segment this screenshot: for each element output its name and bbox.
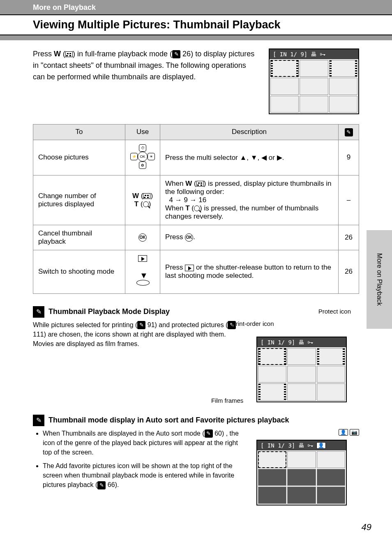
cell-to: Cancel thumbnail playback (33, 225, 125, 250)
thumbnail-icon (143, 193, 150, 199)
top-icons: 👤 📷 (256, 429, 359, 436)
shutter-icon (136, 271, 149, 287)
intro-text: Press W () in full-frame playback mode (… (33, 48, 256, 114)
page-title: Viewing Multiple Pictures: Thumbnail Pla… (33, 18, 359, 31)
ref-icon: ✎ (137, 321, 145, 329)
cell-use: OK (125, 225, 160, 250)
thumb-status-bar: [ IN 1/ 9] 🖶 🗝 (270, 49, 358, 59)
th-use: Use (125, 125, 160, 140)
note-2: ✎ Thumbnail mode display in Auto sort an… (33, 415, 359, 505)
print-icon: 🖶 (311, 51, 316, 58)
thumbnail-preview-3: [ IN 1/ 3]🖶🗝👤 (256, 440, 347, 505)
note-figure-1: Protect icon Print-order icon [ IN 1/ 9]… (256, 320, 359, 402)
table-row: Choose pictures ⏱✿⚡☀OK Press the multi s… (33, 140, 359, 175)
cell-use (125, 250, 160, 293)
intro-row: Press W () in full-frame playback mode (… (33, 48, 359, 114)
note-title: Thumbnail Playback Mode Display (48, 307, 170, 316)
playback-icon (185, 265, 194, 271)
ref-icon: ✎ (97, 481, 106, 489)
th-to: To (33, 125, 125, 140)
ref-icon: ✎ (172, 50, 180, 58)
pencil-icon: ✎ (33, 415, 44, 426)
thumb-counter: [ IN 1/ 9] (273, 51, 307, 58)
callout-print: Print-order icon (232, 320, 274, 327)
cell-desc: Press the multi selector , , or . (160, 140, 339, 175)
cell-to: Change number of pictures displayed (33, 175, 125, 225)
thumbnail-preview-1: [ IN 1/ 9] 🖶 🗝 (269, 48, 359, 114)
list-item: When Thumbnails are displayed in the Aut… (43, 429, 248, 457)
table-row: Change number of pictures displayed W ()… (33, 175, 359, 225)
title-box: Viewing Multiple Pictures: Thumbnail Pla… (0, 14, 392, 35)
ok-icon: OK (185, 233, 193, 242)
zoom-icon (194, 205, 200, 211)
ref-icon: ✎ (205, 429, 213, 438)
cell-use: ⏱✿⚡☀OK (125, 140, 160, 175)
callout-film: Film frames (211, 397, 243, 404)
note-figure-2: 👤 📷 [ IN 1/ 3]🖶🗝👤 (256, 429, 359, 505)
operations-table: To Use Description ✎ Choose pictures ⏱✿⚡… (33, 124, 359, 294)
thumbnail-icon (65, 51, 73, 57)
zoom-icon (143, 201, 149, 207)
cell-ref: 26 (339, 250, 359, 293)
th-desc: Description (160, 125, 339, 140)
cell-to: Choose pictures (33, 140, 125, 175)
playback-icon (138, 255, 147, 262)
thumbnail-icon (196, 181, 204, 187)
multiselector-icon: ⏱✿⚡☀OK (130, 144, 155, 169)
cell-ref: 9 (339, 140, 359, 175)
thumb-grid (270, 59, 358, 113)
table-row: Switch to shooting mode Press or the shu… (33, 250, 359, 293)
table-row: Cancel thumbnail playback OK Press OK. 2… (33, 225, 359, 250)
side-tab: More on Playback (367, 230, 392, 329)
cell-to: Switch to shooting mode (33, 250, 125, 293)
cell-ref: 26 (339, 225, 359, 250)
th-ref: ✎ (339, 125, 359, 140)
callout-protect: Protect icon (318, 308, 351, 315)
cell-desc: Press or the shutter-release button to r… (160, 250, 339, 293)
note-title: Thumbnail mode display in Auto sort and … (48, 416, 289, 425)
protect-icon: 🗝 (320, 51, 325, 58)
page-number: 49 (362, 522, 371, 533)
header-band: More on Playback Viewing Multiple Pictur… (0, 0, 392, 40)
ok-icon: OK (138, 233, 147, 242)
side-tab-label: More on Playback (376, 253, 383, 306)
note-text: When Thumbnails are displayed in the Aut… (33, 429, 248, 505)
note-1: ✎ Thumbnail Playback Mode Display While … (33, 306, 359, 402)
breadcrumb: More on Playback (33, 3, 359, 12)
pencil-icon: ✎ (33, 306, 44, 318)
cell-ref: – (339, 175, 359, 225)
ref-header-icon: ✎ (345, 128, 353, 136)
list-item: The Add favorite pictures icon will be s… (43, 461, 248, 490)
cell-desc: Press OK. (160, 225, 339, 250)
cell-desc: When W () is pressed, display picture th… (160, 175, 339, 225)
cell-use: W () T () (125, 175, 160, 225)
note-text: While pictures selected for printing (✎ … (33, 320, 248, 402)
thumbnail-preview-2: [ IN 1/ 9]🖶🗝 (256, 337, 347, 402)
